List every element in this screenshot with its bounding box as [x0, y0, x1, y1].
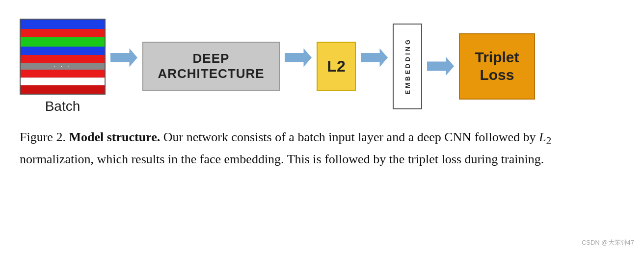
stripe-red-3: [21, 70, 105, 77]
stripe-white: [21, 77, 105, 85]
arch-label: DEEP ARCHITECTURE: [143, 51, 279, 81]
arrow-shape-4: [427, 57, 454, 76]
triplet-label: TripletLoss: [475, 49, 519, 84]
arrow-4-wrapper: [427, 57, 454, 76]
arrow-2-wrapper: [285, 49, 312, 84]
arrow-1: [110, 49, 137, 67]
batch-label: Batch: [45, 99, 80, 114]
arrow-3: [361, 49, 388, 67]
arrow-shape-2: [285, 49, 312, 67]
arrow-4: [427, 57, 454, 76]
figure-prefix: Figure 2.: [20, 130, 69, 144]
arrow-2: [285, 49, 312, 67]
batch-block: · · · Batch: [20, 19, 106, 114]
stripe-red-1: [21, 29, 105, 37]
l2-box: L2: [317, 42, 356, 91]
arrow-3-wrapper: [361, 49, 388, 84]
diagram-row: · · · Batch DEEP ARCHITECTURE L2: [20, 10, 624, 118]
page-container: · · · Batch DEEP ARCHITECTURE L2: [0, 0, 644, 254]
arrow-shape-3: [361, 49, 388, 67]
embedding-box: EMBEDDING: [393, 24, 422, 109]
caption-sub-2: 2: [546, 135, 552, 147]
arrow-shape-1: [110, 49, 137, 67]
stripe-green: [21, 37, 105, 47]
caption-italic-L: L: [539, 130, 546, 144]
stripe-blue-1: [21, 20, 105, 29]
embedding-label: EMBEDDING: [404, 38, 411, 94]
caption: Figure 2. Model structure. Our network c…: [20, 127, 560, 169]
l2-label: L2: [327, 57, 345, 76]
triplet-box: TripletLoss: [459, 33, 535, 100]
stripe-red-2: [21, 55, 105, 63]
caption-main: Our network consists of a batch input la…: [160, 130, 539, 144]
arrow-1-wrapper: [110, 49, 137, 84]
stripe-red-4: [21, 85, 105, 93]
arch-box: DEEP ARCHITECTURE: [142, 42, 280, 91]
caption-rest: normalization, which results in the face…: [20, 152, 544, 166]
stripe-dots: · · ·: [21, 63, 105, 70]
caption-bold: Model structure.: [69, 130, 160, 144]
watermark: CSDN @大笨钟47: [582, 238, 634, 247]
batch-stripes: · · ·: [20, 19, 106, 95]
stripe-blue-2: [21, 47, 105, 54]
